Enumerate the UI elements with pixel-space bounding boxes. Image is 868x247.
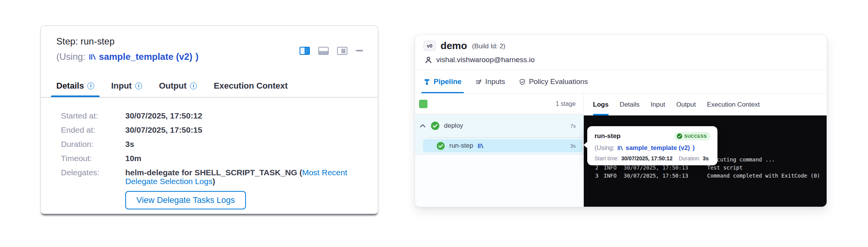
- log-line: 3 INFO 30/07/2025, 17:50:13 Command comp…: [595, 172, 827, 180]
- tab-output[interactable]: Output: [676, 94, 696, 115]
- split-view-icon[interactable]: [300, 47, 310, 55]
- detail-row-started: Started at: 30/07/2025, 17:50:12: [61, 111, 362, 120]
- tab-output[interactable]: Output: [159, 74, 197, 97]
- step-hover-tooltip: run-step SUCCESS (Using: sample_template…: [587, 126, 717, 165]
- console-tabbar: Logs Details Input Output Execution Cont…: [584, 94, 827, 115]
- tab-output-label: Output: [159, 81, 187, 91]
- step-duration: 3s: [570, 143, 576, 149]
- tooltip-step-name: run-step: [594, 132, 621, 140]
- screenshot-canvas: Step: run-step (Using: sample_template (…: [0, 0, 868, 247]
- detail-label: Delegates:: [61, 168, 125, 186]
- detail-label: Ended at:: [61, 125, 125, 134]
- detail-value: helm-delegate for SHELL_SCRIPT_TASK_NG (…: [125, 168, 362, 186]
- using-prefix: (Using:: [594, 144, 614, 151]
- detail-label: Started at:: [61, 111, 125, 120]
- step-titles: Step: run-step (Using: sample_template (…: [56, 36, 198, 62]
- success-check-icon: [677, 133, 682, 139]
- detail-value: 3s: [125, 140, 362, 148]
- template-icon: [88, 54, 96, 60]
- tab-execution-context-label: Execution Context: [214, 81, 288, 91]
- tooltip-template-line: (Using: sample_template (v2) ): [594, 144, 711, 151]
- tab-input[interactable]: Input: [651, 94, 665, 115]
- step-name-label: run-step: [449, 142, 473, 150]
- tab-execution-context[interactable]: Execution Context: [707, 94, 760, 115]
- success-check-icon: [437, 142, 445, 150]
- view-layout-controls: [300, 39, 363, 62]
- tab-pipeline-label: Pipeline: [434, 77, 462, 86]
- step-details-body: Started at: 30/07/2025, 17:50:12 Ended a…: [61, 111, 362, 209]
- triggered-by-row: vishal.vishwaroop@harness.io: [425, 56, 535, 64]
- success-check-icon: [431, 122, 439, 130]
- inputs-icon: [475, 79, 482, 85]
- pipeline-execution-panel: v0 demo (Build Id: 2) vishal.vishwaroop@…: [415, 35, 827, 207]
- detail-value: 10m: [125, 154, 362, 163]
- template-icon: [617, 145, 623, 151]
- button-row: View Delegate Tasks Logs: [125, 191, 362, 209]
- tab-inputs[interactable]: Inputs: [475, 70, 505, 93]
- delegates-text-suffix: ): [213, 177, 215, 186]
- using-suffix: ): [693, 144, 695, 151]
- tree-row-stage-deploy[interactable]: deploy 7s: [415, 114, 583, 137]
- tooltip-title-row: run-step SUCCESS: [594, 132, 711, 140]
- template-link[interactable]: sample_template (v2): [99, 51, 192, 62]
- execution-tabbar: Pipeline Inputs Policy Evaluations: [415, 70, 827, 94]
- tree-divider: [428, 137, 583, 138]
- info-icon[interactable]: [190, 82, 197, 89]
- stage-status-square[interactable]: [419, 100, 427, 108]
- tab-details[interactable]: Details: [56, 74, 94, 97]
- start-time-value: 30/07/2025, 17:50:12: [621, 155, 673, 161]
- log-number: 3: [595, 172, 601, 180]
- log-message: Command completed with ExitCode (0): [707, 172, 820, 180]
- execution-header: v0 demo (Build Id: 2) vishal.vishwaroop@…: [415, 35, 827, 70]
- start-time-label: Start time:: [594, 155, 619, 161]
- info-icon[interactable]: [87, 82, 94, 89]
- tab-input[interactable]: Input: [111, 74, 142, 97]
- floating-panel-view-icon[interactable]: [337, 47, 347, 55]
- duration-value: 3s: [703, 155, 709, 161]
- bottom-panel-view-icon[interactable]: [318, 47, 329, 55]
- tab-input-label: Input: [111, 81, 132, 91]
- pipeline-name: demo: [441, 40, 467, 52]
- detail-row-ended: Ended at: 30/07/2025, 17:50:15: [61, 125, 362, 134]
- tab-policy-evaluations-label: Policy Evaluations: [529, 77, 588, 86]
- detail-row-timeout: Timeout: 10m: [61, 154, 362, 163]
- minimize-icon[interactable]: [356, 50, 363, 51]
- using-suffix: ): [195, 51, 198, 62]
- stage-name: deploy: [444, 122, 566, 130]
- template-icon: [477, 143, 483, 149]
- duration-label: Duration:: [679, 155, 701, 161]
- status-badge-label: SUCCESS: [685, 134, 707, 138]
- tab-inputs-label: Inputs: [485, 77, 505, 86]
- detail-row-duration: Duration: 3s: [61, 140, 362, 148]
- log-time: 30/07/2025, 17:50:13: [624, 172, 707, 180]
- step-name: run-step: [449, 142, 566, 150]
- log-level: INFO: [604, 172, 621, 180]
- template-link[interactable]: sample_template (v2): [626, 144, 690, 151]
- tab-pipeline[interactable]: Pipeline: [424, 70, 462, 93]
- stage-count-label: 1 stage: [556, 100, 576, 107]
- info-icon[interactable]: [135, 82, 142, 89]
- tooltip-meta-row: Start time: 30/07/2025, 17:50:12 Duratio…: [594, 155, 711, 161]
- detail-label: Timeout:: [61, 154, 125, 163]
- execution-title-row: v0 demo (Build Id: 2): [424, 40, 505, 52]
- step-details-header: Step: run-step (Using: sample_template (…: [56, 36, 363, 62]
- stage-tree-header: 1 stage: [415, 94, 583, 114]
- execution-body: 1 stage deploy 7s: [415, 94, 827, 207]
- delegates-text: helm-delegate for SHELL_SCRIPT_TASK_NG (: [125, 168, 302, 177]
- step-details-panel: Step: run-step (Using: sample_template (…: [40, 25, 378, 214]
- tree-row-step-run-step[interactable]: run-step 3s: [423, 139, 583, 152]
- detail-value: 30/07/2025, 17:50:15: [125, 125, 362, 134]
- success-status-badge: SUCCESS: [674, 132, 711, 140]
- tab-logs[interactable]: Logs: [593, 94, 609, 115]
- tab-policy-evaluations[interactable]: Policy Evaluations: [519, 70, 588, 93]
- chevron-up-icon[interactable]: [419, 122, 426, 130]
- using-prefix: (Using:: [56, 51, 85, 62]
- detail-row-delegates: Delegates: helm-delegate for SHELL_SCRIP…: [61, 168, 362, 186]
- tab-details[interactable]: Details: [620, 94, 640, 115]
- user-email: vishal.vishwaroop@harness.io: [436, 56, 535, 64]
- pipeline-icon: [424, 79, 430, 85]
- tabbar-divider: [41, 97, 378, 98]
- policy-shield-icon: [519, 79, 526, 85]
- tab-execution-context[interactable]: Execution Context: [214, 74, 288, 97]
- view-delegate-tasks-logs-button[interactable]: View Delegate Tasks Logs: [125, 191, 246, 209]
